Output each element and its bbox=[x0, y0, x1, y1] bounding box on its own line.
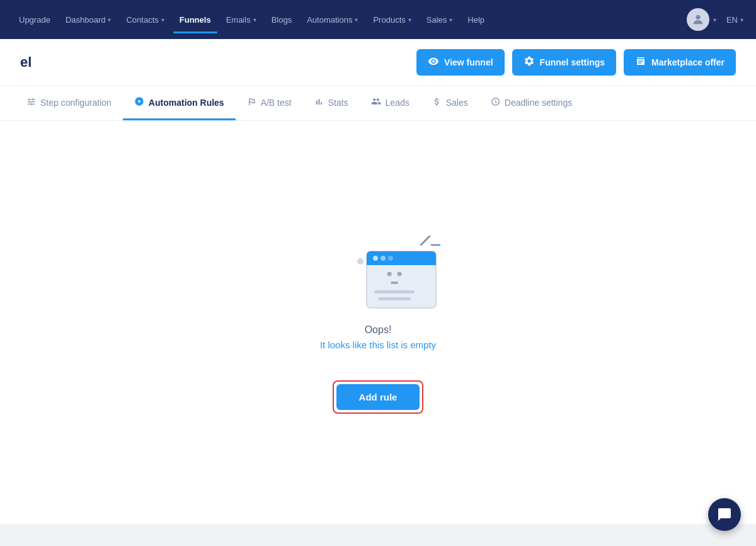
tab-sales[interactable]: Sales bbox=[421, 87, 479, 120]
chevron-down-icon: ▾ bbox=[161, 16, 164, 23]
nav-contacts[interactable]: Contacts ▾ bbox=[120, 11, 170, 28]
page-header: el View funnel Funnel settings bbox=[0, 39, 756, 86]
chevron-down-icon: ▾ bbox=[449, 16, 452, 23]
svg-point-13 bbox=[387, 272, 392, 276]
chevron-down-icon: ▾ bbox=[713, 16, 716, 23]
header-actions: View funnel Funnel settings Marketplace … bbox=[416, 49, 736, 76]
svg-rect-17 bbox=[378, 297, 411, 300]
chevron-down-icon: ▾ bbox=[253, 16, 256, 23]
page-title: el bbox=[20, 54, 32, 70]
nav-funnels[interactable]: Funnels bbox=[173, 11, 217, 28]
add-rule-button[interactable]: Add rule bbox=[336, 384, 420, 410]
tab-leads[interactable]: Leads bbox=[360, 86, 421, 120]
dollar-icon bbox=[432, 97, 442, 108]
nav-dashboard[interactable]: Dashboard ▾ bbox=[59, 11, 118, 28]
tab-stats[interactable]: Stats bbox=[303, 87, 360, 120]
gear-icon bbox=[524, 55, 535, 69]
marketplace-offer-button[interactable]: Marketplace offer bbox=[624, 49, 736, 76]
svg-line-5 bbox=[421, 236, 430, 245]
tab-automation-rules[interactable]: Automation Rules bbox=[123, 86, 236, 120]
svg-point-0 bbox=[696, 15, 700, 20]
nav-automations[interactable]: Automations ▾ bbox=[301, 11, 364, 28]
chevron-down-icon: ▾ bbox=[408, 16, 411, 23]
svg-point-12 bbox=[388, 256, 393, 261]
eye-icon bbox=[428, 55, 439, 69]
navbar: Upgrade Dashboard ▾ Contacts ▾ Funnels E… bbox=[0, 0, 756, 39]
nav-emails[interactable]: Emails ▾ bbox=[220, 11, 263, 28]
active-tab-indicator bbox=[173, 31, 217, 33]
nav-products[interactable]: Products ▾ bbox=[367, 11, 417, 28]
svg-point-14 bbox=[398, 272, 402, 276]
svg-rect-15 bbox=[391, 282, 398, 284]
page-title-area: el bbox=[20, 54, 416, 71]
svg-point-10 bbox=[373, 256, 378, 261]
chevron-down-icon: ▾ bbox=[740, 16, 743, 23]
add-rule-highlight: Add rule bbox=[333, 380, 424, 414]
language-selector[interactable]: EN ▾ bbox=[726, 15, 743, 25]
nav-upgrade[interactable]: Upgrade bbox=[13, 11, 57, 28]
empty-state: Oops! It looks like this list is empty A… bbox=[320, 206, 436, 414]
funnel-settings-button[interactable]: Funnel settings bbox=[512, 49, 616, 76]
empty-subtitle: It looks like this list is empty bbox=[320, 339, 436, 350]
nav-sales[interactable]: Sales ▾ bbox=[420, 11, 459, 28]
bottom-fab[interactable] bbox=[708, 498, 741, 531]
nav-help[interactable]: Help bbox=[461, 11, 491, 28]
svg-point-11 bbox=[381, 256, 386, 261]
tabs-bar: Step configuration Automation Rules A/B … bbox=[0, 86, 756, 121]
automation-icon bbox=[134, 96, 144, 108]
view-funnel-button[interactable]: View funnel bbox=[416, 49, 505, 76]
tab-ab-test[interactable]: A/B test bbox=[236, 87, 303, 120]
empty-illustration bbox=[328, 206, 428, 307]
chevron-down-icon: ▾ bbox=[355, 16, 358, 23]
ab-test-icon bbox=[247, 97, 256, 108]
avatar[interactable] bbox=[687, 8, 709, 31]
tab-step-configuration[interactable]: Step configuration bbox=[15, 87, 123, 120]
svg-point-2 bbox=[357, 258, 364, 264]
leads-icon bbox=[371, 96, 381, 108]
marketplace-icon bbox=[635, 55, 646, 69]
main-content: Oops! It looks like this list is empty A… bbox=[0, 121, 756, 524]
nav-blogs[interactable]: Blogs bbox=[265, 11, 299, 28]
clock-icon bbox=[491, 97, 500, 108]
svg-rect-16 bbox=[374, 290, 415, 293]
tab-deadline-settings[interactable]: Deadline settings bbox=[479, 87, 583, 120]
stats-icon bbox=[314, 97, 324, 108]
sliders-icon bbox=[26, 97, 36, 108]
chevron-down-icon: ▾ bbox=[108, 16, 111, 23]
